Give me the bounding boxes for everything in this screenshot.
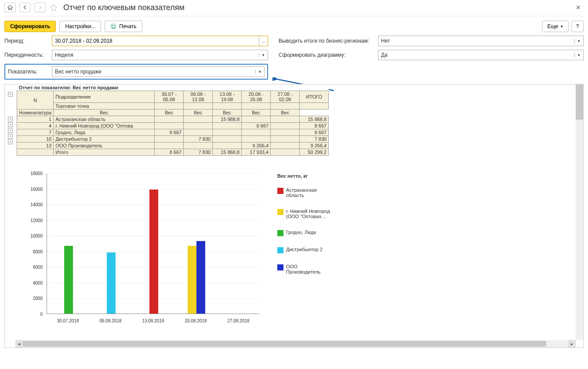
expand-button[interactable]: + [8,122,13,127]
svg-rect-1 [111,26,116,28]
generate-button[interactable]: Сформировать [4,21,56,32]
chart-bar [196,241,205,314]
chart-area: 0200040006000800010000120001400016000180… [22,173,583,327]
report-table-title: Отчет по показателю: Вес нетто продажи [17,84,329,91]
regions-label: Выводить итоги по бизнес-регионам: [279,38,374,44]
settings-button[interactable]: Настройки... [59,21,101,32]
chevron-down-icon: ▾ [255,69,264,74]
legend-item: Дистрибьютор 2 [277,247,330,253]
report-table: Отчет по показателю: Вес нетто продажи N… [17,84,329,156]
periodicity-label: Периодичность: [4,52,48,58]
indicator-label: Показатель: [8,69,48,75]
forward-button[interactable] [34,3,46,12]
table-row[interactable]: 7Гродно, Лида8 6678 667 [17,129,329,136]
chevron-down-icon: ▾ [574,39,583,43]
help-button[interactable]: ? [571,21,584,32]
periodicity-select[interactable]: Неделя ▾ [52,50,268,60]
chart-bar [107,252,116,314]
scroll-left-button[interactable]: ◂ [15,340,23,347]
indicator-highlighted-wrap: Показатель: Вес нетто продажи ▾ [4,64,268,80]
expand-button[interactable]: + [8,128,13,133]
printer-icon [110,23,116,29]
scroll-right-button[interactable]: ▸ [568,340,576,347]
svg-rect-0 [112,24,115,26]
home-button[interactable] [4,3,16,12]
period-picker-button[interactable]: ... [259,36,268,46]
legend-item: Астраханская область [277,187,330,198]
legend-item: ООО Производитель [277,264,330,274]
table-row[interactable]: 10Дистрибьютор 27 8307 830 [17,136,329,142]
chevron-down-icon: ▾ [574,53,583,57]
expand-button[interactable]: + [8,134,13,139]
chart-bar [188,246,196,314]
diagram-label: Сформировать диаграмму: [279,52,374,58]
print-button[interactable]: Печать [105,21,142,32]
period-label: Период: [4,38,48,44]
vertical-scrollbar[interactable] [576,84,583,340]
chart-bar [64,246,73,314]
period-input-wrap: ... [52,36,268,46]
expand-button[interactable]: + [8,139,13,144]
report-viewport[interactable]: ++++++ Отчет по показателю: Вес нетто пр… [4,84,584,348]
legend-item: г. Нижний Новгород (ООО "Оптовая… [277,208,330,219]
chevron-down-icon: ▾ [561,24,563,29]
indicator-select[interactable]: Вес нетто продажи ▾ [52,66,265,77]
period-input[interactable] [52,36,259,46]
chart-title: Вес нетто, кг [277,173,330,179]
diagram-select[interactable]: Да ▾ [378,50,584,60]
chart-bar [149,190,158,314]
expand-button[interactable]: + [8,92,13,97]
more-button[interactable]: Еще ▾ [542,21,569,32]
close-button[interactable]: ✕ [573,3,584,12]
regions-select[interactable]: Нет ▾ [378,36,584,46]
favorite-icon[interactable] [49,3,58,12]
table-row[interactable]: 4г. Нижний Новгород (ООО "Оптова8 6678 6… [17,123,329,129]
chevron-down-icon: ▾ [259,53,268,57]
legend-item: Гродно, Лида [277,230,330,236]
table-row[interactable]: 1Астраханская область15 868,815 868,8 [17,116,329,123]
table-row[interactable]: 13ООО Производитель9 266,49 266,4 [17,142,329,149]
expand-button[interactable]: + [8,117,13,121]
page-title: Отчет по ключевым показателям [63,3,185,12]
horizontal-scrollbar[interactable]: ◂ ▸ [15,340,576,347]
back-button[interactable] [19,3,31,12]
